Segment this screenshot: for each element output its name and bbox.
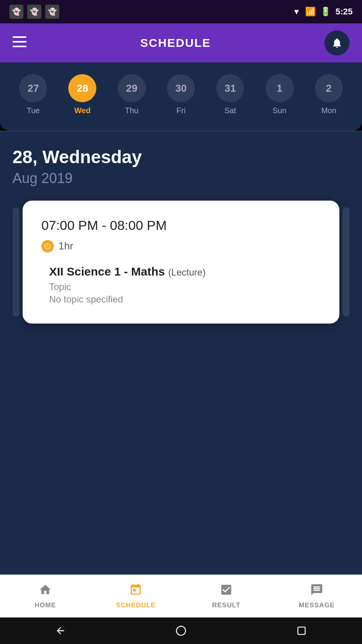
time-range: 07:00 PM - 08:00 PM [41,218,321,233]
app-icon-3: 👻 [45,5,59,19]
system-nav [0,617,362,644]
day-circle-2: 2 [315,74,343,102]
topic-value: No topic specified [49,294,321,305]
home-icon [39,583,52,599]
svg-rect-2 [12,46,27,47]
left-peek [12,207,20,317]
day-circle-30: 30 [167,74,195,102]
class-name: XII Science 1 - Maths (Lecture) [49,265,321,278]
day-name-tue: Tue [27,106,40,115]
duration-row: 1hr [41,240,321,253]
day-item-thu[interactable]: 29 Thu [108,74,156,115]
notification-button[interactable] [325,30,350,55]
nav-result[interactable]: RESULT [181,583,272,609]
date-heading: 28, Wednesday [12,147,350,167]
nav-schedule-label: SCHEDULE [116,601,156,609]
bottom-nav: HOME SCHEDULE RESULT MESSAGE [0,575,362,617]
schedule-card-wrapper: 07:00 PM - 08:00 PM 1hr XII Science 1 - … [12,201,350,324]
day-name-fri: Fri [176,106,185,115]
day-circle-31: 31 [216,74,244,102]
day-name-sun: Sun [273,106,287,115]
wifi-icon: ▼ [293,7,300,16]
nav-home[interactable]: HOME [0,583,90,609]
svg-rect-4 [298,627,305,635]
svg-rect-0 [12,36,27,38]
nav-result-label: RESULT [212,601,241,609]
status-bar: 👻 👻 👻 ▼ 📶 🔋 5:25 [0,0,362,23]
signal-icon: 📶 [305,7,316,17]
day-name-wed: Wed [74,106,90,115]
nav-home-label: HOME [35,601,56,609]
day-circle-1: 1 [266,74,294,102]
calendar-section: 27 Tue 28 Wed 29 Thu 30 Fri 31 [0,62,362,131]
lecture-type: (Lecture) [168,267,206,278]
app-title: SCHEDULE [140,36,211,50]
duration-text: 1hr [59,240,73,252]
day-item-tue[interactable]: 27 Tue [9,74,57,115]
clock: 5:25 [335,7,353,17]
right-peek [342,207,350,317]
bell-icon [331,37,343,49]
schedule-icon [129,583,142,599]
day-circle-28: 28 [68,74,96,102]
clock-icon [41,240,54,253]
status-icons: 👻 👻 👻 [9,5,59,19]
menu-button[interactable] [12,36,27,50]
month-heading: Aug 2019 [12,170,350,187]
battery-icon: 🔋 [320,7,331,17]
day-item-fri[interactable]: 30 Fri [157,74,205,115]
topic-label: Topic [49,281,321,292]
day-circle-29: 29 [118,74,146,102]
day-name-sat: Sat [224,106,236,115]
day-name-mon: Mon [321,106,336,115]
app-icon-1: 👻 [9,5,23,19]
day-circle-27: 27 [19,74,47,102]
recents-button[interactable] [295,624,309,638]
back-button[interactable] [53,624,67,638]
app-bar: SCHEDULE [0,23,362,62]
nav-schedule[interactable]: SCHEDULE [90,583,181,609]
day-item-sat[interactable]: 31 Sat [206,74,254,115]
nav-message-label: MESSAGE [299,601,335,609]
status-right: ▼ 📶 🔋 5:25 [293,7,353,17]
nav-message[interactable]: MESSAGE [272,583,362,609]
day-item-sun[interactable]: 1 Sun [256,74,303,115]
svg-rect-1 [12,41,27,43]
day-name-thu: Thu [125,106,138,115]
day-item-wed[interactable]: 28 Wed [59,74,106,115]
day-item-mon[interactable]: 2 Mon [305,74,353,115]
main-content: 28, Wednesday Aug 2019 07:00 PM - 08:00 … [0,132,362,575]
app-icon-2: 👻 [27,5,41,19]
week-row: 27 Tue 28 Wed 29 Thu 30 Fri 31 [9,74,353,115]
svg-point-3 [176,626,185,635]
message-icon [310,583,323,599]
schedule-card[interactable]: 07:00 PM - 08:00 PM 1hr XII Science 1 - … [23,201,339,324]
result-icon [220,583,233,599]
home-button[interactable] [174,624,188,638]
